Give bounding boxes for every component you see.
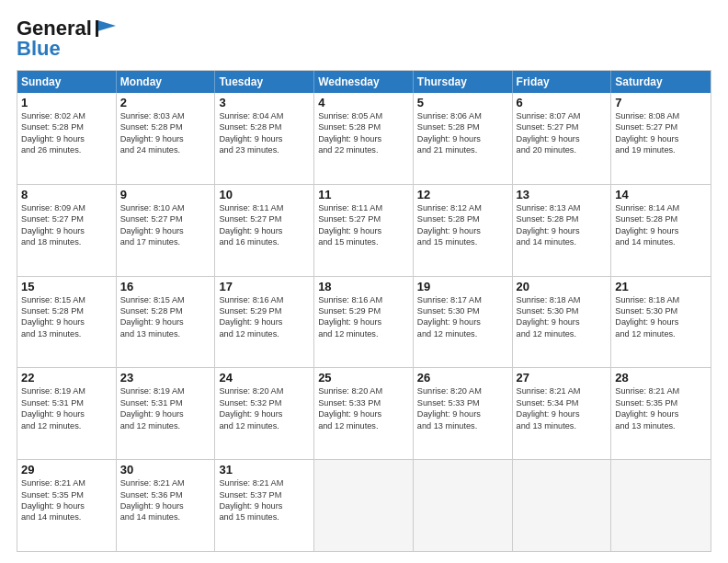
- cell-info-line: Sunrise: 8:02 AM: [21, 110, 112, 121]
- cell-info-line: Sunset: 5:35 PM: [615, 397, 707, 408]
- day-number: 4: [318, 96, 409, 109]
- cell-info-line: and 13 minutes.: [120, 328, 211, 339]
- day-number: 15: [21, 280, 112, 293]
- cell-info-line: and 13 minutes.: [417, 420, 508, 431]
- cell-info-line: Daylight: 9 hours: [517, 408, 608, 419]
- cell-info-line: Daylight: 9 hours: [615, 225, 707, 236]
- svg-rect-1: [96, 20, 98, 37]
- cal-header-cell: Tuesday: [215, 71, 314, 93]
- calendar-body: 1Sunrise: 8:02 AMSunset: 5:28 PMDaylight…: [17, 93, 711, 551]
- cell-info-line: and 21 minutes.: [417, 144, 508, 155]
- page: General Blue SundayMondayTuesdayWednesda…: [0, 0, 728, 563]
- cell-info-line: Sunset: 5:28 PM: [219, 121, 310, 132]
- cell-info-line: and 12 minutes.: [120, 420, 211, 431]
- day-number: 20: [517, 280, 608, 293]
- calendar-cell: 20Sunrise: 8:18 AMSunset: 5:30 PMDayligh…: [513, 277, 612, 368]
- calendar: SundayMondayTuesdayWednesdayThursdayFrid…: [17, 70, 711, 552]
- cell-info-line: Sunset: 5:28 PM: [417, 121, 508, 132]
- day-number: 7: [615, 96, 707, 109]
- cell-info-line: Daylight: 9 hours: [219, 408, 310, 419]
- calendar-cell: 4Sunrise: 8:05 AMSunset: 5:28 PMDaylight…: [314, 93, 414, 184]
- cell-info-line: and 20 minutes.: [517, 144, 608, 155]
- cell-info-line: Sunrise: 8:21 AM: [615, 385, 707, 396]
- cell-info-line: Daylight: 9 hours: [417, 225, 508, 236]
- header: General Blue: [17, 17, 711, 61]
- cell-info-line: Sunrise: 8:16 AM: [219, 294, 310, 305]
- calendar-cell: 5Sunrise: 8:06 AMSunset: 5:28 PMDaylight…: [414, 93, 513, 184]
- logo: General Blue: [17, 17, 116, 61]
- calendar-cell: 29Sunrise: 8:21 AMSunset: 5:35 PMDayligh…: [17, 460, 117, 551]
- calendar-cell: 17Sunrise: 8:16 AMSunset: 5:29 PMDayligh…: [215, 277, 314, 368]
- cell-info-line: Sunset: 5:28 PM: [21, 121, 112, 132]
- cell-info-line: Daylight: 9 hours: [219, 316, 310, 327]
- cell-info-line: and 19 minutes.: [615, 144, 707, 155]
- cell-info-line: Sunset: 5:30 PM: [417, 305, 508, 316]
- calendar-cell: 21Sunrise: 8:18 AMSunset: 5:30 PMDayligh…: [611, 277, 711, 368]
- cell-info-line: Daylight: 9 hours: [219, 225, 310, 236]
- cell-info-line: Daylight: 9 hours: [21, 225, 112, 236]
- calendar-week-row: 15Sunrise: 8:15 AMSunset: 5:28 PMDayligh…: [17, 277, 711, 369]
- cell-info-line: Sunrise: 8:21 AM: [219, 477, 310, 488]
- day-number: 24: [219, 371, 310, 385]
- cell-info-line: Sunrise: 8:12 AM: [417, 202, 508, 213]
- calendar-cell: 3Sunrise: 8:04 AMSunset: 5:28 PMDaylight…: [215, 93, 314, 184]
- cell-info-line: Sunrise: 8:15 AM: [120, 294, 211, 305]
- cell-info-line: Sunset: 5:27 PM: [21, 213, 112, 224]
- cell-info-line: Daylight: 9 hours: [219, 133, 310, 144]
- logo-blue: Blue: [17, 37, 61, 61]
- cell-info-line: and 12 minutes.: [318, 420, 409, 431]
- cal-header-cell: Sunday: [17, 71, 117, 93]
- day-number: 1: [21, 96, 112, 109]
- cell-info-line: Daylight: 9 hours: [120, 316, 211, 327]
- cell-info-line: Sunset: 5:29 PM: [219, 305, 310, 316]
- calendar-cell: 23Sunrise: 8:19 AMSunset: 5:31 PMDayligh…: [117, 368, 216, 459]
- day-number: 23: [120, 371, 211, 385]
- cell-info-line: and 14 minutes.: [615, 236, 707, 247]
- cell-info-line: Sunrise: 8:21 AM: [517, 385, 608, 396]
- cell-info-line: Sunset: 5:27 PM: [120, 213, 211, 224]
- calendar-cell: 10Sunrise: 8:11 AMSunset: 5:27 PMDayligh…: [215, 185, 314, 276]
- cell-info-line: Sunset: 5:28 PM: [21, 305, 112, 316]
- calendar-cell: 11Sunrise: 8:11 AMSunset: 5:27 PMDayligh…: [314, 185, 414, 276]
- calendar-cell: 16Sunrise: 8:15 AMSunset: 5:28 PMDayligh…: [117, 277, 216, 368]
- calendar-cell: 8Sunrise: 8:09 AMSunset: 5:27 PMDaylight…: [17, 185, 117, 276]
- cell-info-line: Daylight: 9 hours: [615, 133, 707, 144]
- cell-info-line: Sunrise: 8:18 AM: [615, 294, 707, 305]
- cell-info-line: Sunrise: 8:03 AM: [120, 110, 211, 121]
- cell-info-line: Daylight: 9 hours: [318, 408, 409, 419]
- calendar-week-row: 1Sunrise: 8:02 AMSunset: 5:28 PMDaylight…: [17, 93, 711, 185]
- cell-info-line: Daylight: 9 hours: [318, 225, 409, 236]
- cell-info-line: Sunset: 5:27 PM: [615, 121, 707, 132]
- cell-info-line: and 12 minutes.: [318, 328, 409, 339]
- calendar-cell: 30Sunrise: 8:21 AMSunset: 5:36 PMDayligh…: [117, 460, 216, 551]
- day-number: 12: [417, 188, 508, 201]
- cell-info-line: Sunrise: 8:20 AM: [318, 385, 409, 396]
- cell-info-line: and 12 minutes.: [219, 420, 310, 431]
- cell-info-line: Daylight: 9 hours: [120, 225, 211, 236]
- cell-info-line: Sunset: 5:28 PM: [318, 121, 409, 132]
- cell-info-line: Sunrise: 8:08 AM: [615, 110, 707, 121]
- cell-info-line: Sunset: 5:31 PM: [21, 397, 112, 408]
- cell-info-line: and 18 minutes.: [21, 236, 112, 247]
- cell-info-line: and 12 minutes.: [219, 328, 310, 339]
- cell-info-line: Sunrise: 8:07 AM: [517, 110, 608, 121]
- day-number: 11: [318, 188, 409, 201]
- calendar-cell: 27Sunrise: 8:21 AMSunset: 5:34 PMDayligh…: [513, 368, 612, 459]
- cell-info-line: and 16 minutes.: [219, 236, 310, 247]
- cell-info-line: and 12 minutes.: [417, 328, 508, 339]
- day-number: 26: [417, 371, 508, 385]
- cell-info-line: Daylight: 9 hours: [517, 133, 608, 144]
- cell-info-line: Sunset: 5:28 PM: [417, 213, 508, 224]
- cell-info-line: and 15 minutes.: [219, 511, 310, 523]
- cell-info-line: Sunrise: 8:18 AM: [517, 294, 608, 305]
- day-number: 9: [120, 188, 211, 201]
- cell-info-line: Sunrise: 8:15 AM: [21, 294, 112, 305]
- cell-info-line: and 12 minutes.: [615, 328, 707, 339]
- day-number: 29: [21, 463, 112, 477]
- cal-header-cell: Thursday: [414, 71, 513, 93]
- cell-info-line: and 13 minutes.: [21, 328, 112, 339]
- cell-info-line: Sunrise: 8:21 AM: [21, 477, 112, 488]
- cell-info-line: Sunrise: 8:19 AM: [21, 385, 112, 396]
- cell-info-line: Daylight: 9 hours: [318, 133, 409, 144]
- cell-info-line: and 15 minutes.: [417, 236, 508, 247]
